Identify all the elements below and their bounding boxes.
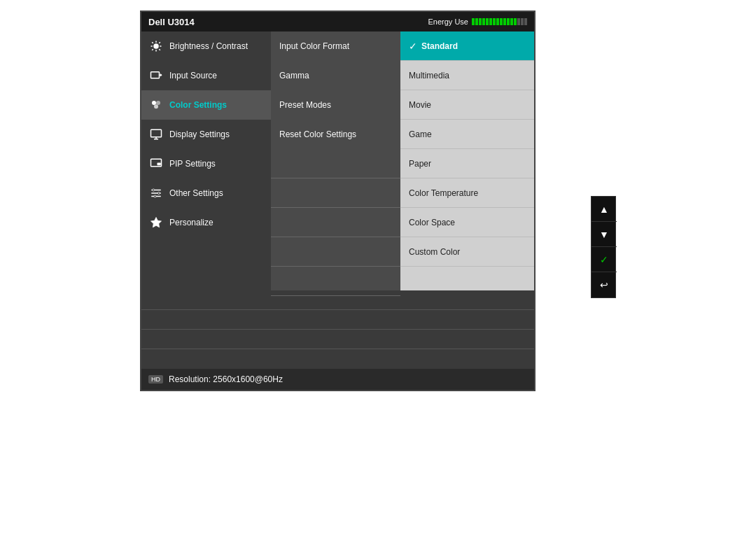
right-item-movie[interactable]: Movie [400,90,534,120]
energy-segment-13 [517,18,520,25]
sidebar-label-display: Display Settings [169,129,230,139]
middle-item-empty4 [271,237,400,267]
star-icon [148,215,164,230]
energy-segment-8 [500,18,503,25]
sidebar-item-personalize[interactable]: Personalize [141,208,271,237]
sidebar-item-pip-settings[interactable]: PIP Settings [141,149,271,178]
back-button[interactable]: ↩ [592,272,617,297]
svg-point-11 [152,101,156,105]
svg-line-7 [152,49,153,50]
right-label-color-temperature: Color Temperature [409,188,478,198]
svg-point-24 [154,195,156,197]
right-label-paper: Paper [409,159,431,169]
sidebar-item-display-settings[interactable]: Display Settings [141,120,271,149]
sidebar-label-brightness: Brightness / Contrast [169,41,248,51]
sidebar-item-brightness-contrast[interactable]: Brightness / Contrast [141,31,271,61]
svg-point-12 [156,101,160,105]
middle-item-preset-modes[interactable]: Preset Modes [271,90,400,120]
energy-segment-0 [472,18,475,25]
right-label-multimedia: Multimedia [409,71,449,80]
energy-segment-10 [507,18,510,25]
sidebar-label-color: Color Settings [169,100,227,110]
middle-item-reset-color[interactable]: Reset Color Settings [271,120,400,149]
osd-body: Brightness / Contrast Input Source Color… [141,31,534,290]
right-label-game: Game [409,129,432,139]
svg-point-13 [154,104,158,108]
right-item-color-space[interactable]: Color Space [400,208,534,237]
svg-line-4 [159,49,160,50]
energy-segment-9 [503,18,506,25]
resolution-text: Resolution: 2560x1600@60Hz [169,374,283,384]
sidebar-label-other: Other Settings [169,188,223,198]
svg-point-23 [158,192,160,195]
sidebar-label-personalize: Personalize [169,218,214,227]
sidebar-item-color-settings[interactable]: Color Settings [141,90,271,120]
resolution-icon: HD [148,375,163,384]
energy-segment-4 [486,18,489,25]
svg-rect-14 [151,129,162,137]
down-button[interactable]: ▼ [592,222,617,247]
middle-item-empty5 [271,267,400,296]
pip-icon [148,156,164,171]
svg-rect-18 [158,163,161,166]
right-label-movie: Movie [409,100,431,110]
svg-rect-9 [151,72,160,78]
energy-segment-15 [524,18,527,25]
svg-line-8 [159,42,160,43]
right-item-paper[interactable]: Paper [400,149,534,178]
energy-segment-5 [489,18,492,25]
brightness-icon [148,38,164,54]
energy-segment-7 [496,18,499,25]
middle-item-input-color-format[interactable]: Input Color Format [271,31,400,61]
up-button[interactable]: ▲ [592,197,617,222]
svg-point-0 [153,43,159,49]
right-column: ✓ Standard Multimedia Movie Game Paper C… [400,31,534,290]
right-item-standard[interactable]: ✓ Standard [400,31,534,61]
sidebar-label-input: Input Source [169,71,217,80]
right-item-custom-color[interactable]: Custom Color [400,237,534,267]
energy-segment-2 [479,18,482,25]
energy-segment-6 [493,18,496,25]
middle-column: Input Color Format Gamma Preset Modes Re… [271,31,400,290]
osd-header: Dell U3014 Energy Use [141,12,534,31]
osd-footer: HD Resolution: 2560x1600@60Hz [141,369,534,390]
middle-label-preset-modes: Preset Modes [279,100,331,110]
sidebar-item-other-settings[interactable]: Other Settings [141,178,271,208]
sidebar-item-input-source[interactable]: Input Source [141,61,271,90]
energy-bars [472,18,527,25]
middle-item-empty2 [271,178,400,208]
right-label-custom-color: Custom Color [409,247,460,257]
middle-label-input-color-format: Input Color Format [279,41,349,51]
svg-line-3 [152,42,153,43]
energy-segment-3 [482,18,485,25]
middle-item-empty1 [271,149,400,178]
extra-row-4 [141,349,534,369]
checkmark-icon: ✓ [409,41,417,52]
right-item-game[interactable]: Game [400,120,534,149]
confirm-button[interactable]: ✓ [592,247,617,272]
extra-rows [141,290,534,369]
sidebar-label-pip: PIP Settings [169,159,216,169]
middle-item-gamma[interactable]: Gamma [271,61,400,90]
energy-segment-14 [521,18,524,25]
monitor-osd: Dell U3014 Energy Use Brightness / Contr… [140,10,536,391]
middle-item-empty3 [271,208,400,237]
extra-row-2 [141,310,534,330]
energy-bar-container: Energy Use [428,17,527,26]
svg-marker-25 [151,218,162,227]
input-source-icon [148,68,164,83]
osd-title: Dell U3014 [148,17,195,27]
energy-segment-11 [510,18,513,25]
control-buttons-panel: ▲ ▼ ✓ ↩ [591,196,616,298]
display-icon [148,127,164,142]
right-item-multimedia[interactable]: Multimedia [400,61,534,90]
right-label-color-space: Color Space [409,218,455,227]
other-settings-icon [148,185,164,201]
energy-label: Energy Use [428,17,468,26]
energy-segment-1 [475,18,478,25]
right-item-color-temperature[interactable]: Color Temperature [400,178,534,208]
extra-row-3 [141,330,534,349]
middle-label-reset-color: Reset Color Settings [279,129,356,139]
sidebar: Brightness / Contrast Input Source Color… [141,31,271,290]
energy-segment-12 [514,18,517,25]
